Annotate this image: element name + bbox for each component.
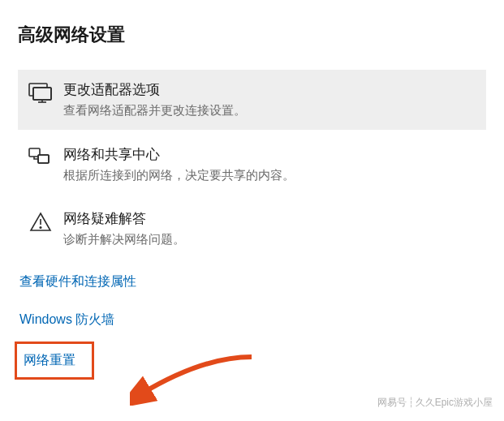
svg-point-10 — [40, 227, 41, 229]
network-icon — [26, 148, 55, 169]
svg-rect-7 — [38, 155, 49, 163]
network-reset-link[interactable]: 网络重置 — [15, 342, 94, 380]
link-group: 查看硬件和连接属性 Windows 防火墙 网络重置 — [18, 265, 486, 384]
section-title: 高级网络设置 — [18, 23, 486, 47]
network-sharing-item[interactable]: 网络和共享中心 根据所连接到的网络，决定要共享的内容。 — [18, 135, 486, 195]
hardware-link[interactable]: 查看硬件和连接属性 — [18, 265, 486, 299]
monitor-icon — [26, 83, 55, 104]
item-desc: 根据所连接到的网络，决定要共享的内容。 — [63, 167, 295, 183]
svg-rect-1 — [33, 88, 51, 100]
watermark-sep: ┆ — [408, 397, 414, 408]
watermark: 网易号┆久久Epic游戏小屋 — [377, 396, 493, 410]
troubleshoot-item[interactable]: 网络疑难解答 诊断并解决网络问题。 — [18, 199, 486, 259]
item-title: 网络和共享中心 — [63, 146, 295, 164]
warning-icon — [26, 212, 55, 233]
item-desc: 诊断并解决网络问题。 — [63, 231, 185, 247]
watermark-source: 网易号 — [377, 397, 407, 408]
firewall-link[interactable]: Windows 防火墙 — [18, 303, 486, 337]
item-desc: 查看网络适配器并更改连接设置。 — [63, 102, 246, 118]
item-title: 更改适配器选项 — [63, 81, 246, 99]
adapter-options-item[interactable]: 更改适配器选项 查看网络适配器并更改连接设置。 — [18, 70, 486, 130]
item-title: 网络疑难解答 — [63, 210, 185, 228]
watermark-author: 久久Epic游戏小屋 — [416, 397, 493, 408]
